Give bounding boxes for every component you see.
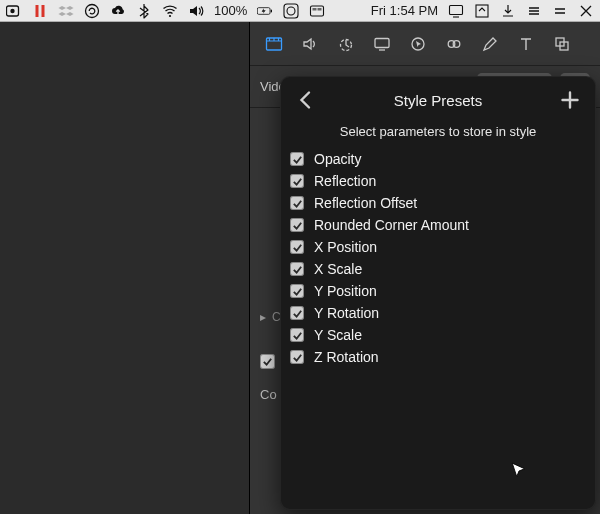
- cursor-icon: [510, 462, 528, 485]
- tool-text[interactable]: [510, 28, 542, 60]
- tool-pencil[interactable]: [474, 28, 506, 60]
- record-icon[interactable]: [6, 3, 22, 19]
- checkbox[interactable]: [260, 354, 275, 369]
- add-preset-button[interactable]: [558, 88, 582, 112]
- svg-point-5: [169, 14, 171, 16]
- parameter-row[interactable]: X Position: [290, 237, 582, 257]
- parameter-row[interactable]: Y Rotation: [290, 303, 582, 323]
- checkbox[interactable]: [290, 350, 304, 364]
- checkbox[interactable]: [290, 196, 304, 210]
- parameter-row[interactable]: Reflection: [290, 171, 582, 191]
- parameter-row[interactable]: Z Rotation: [290, 347, 582, 367]
- menu-lines-icon[interactable]: [526, 3, 542, 19]
- svg-rect-11: [313, 8, 317, 11]
- parameter-label: Opacity: [314, 151, 361, 167]
- parameter-label: Reflection: [314, 173, 376, 189]
- tool-video[interactable]: [258, 28, 290, 60]
- tool-pointer[interactable]: [402, 28, 434, 60]
- parameter-label: Reflection Offset: [314, 195, 417, 211]
- style-presets-popover: Style Presets Select parameters to store…: [280, 76, 596, 510]
- menubar: 100% Fri 1:54 PM: [0, 0, 600, 22]
- svg-point-4: [86, 4, 99, 17]
- tool-timing[interactable]: [330, 28, 362, 60]
- tool-audio[interactable]: [294, 28, 326, 60]
- inspector-panel: Video + Action ▸ C Co: [250, 22, 600, 514]
- viewer-panel: [0, 22, 250, 514]
- svg-rect-7: [271, 9, 272, 12]
- bluetooth-icon[interactable]: [136, 3, 152, 19]
- control-strip-icon[interactable]: [309, 3, 325, 19]
- chevron-right-icon: ▸: [260, 310, 266, 324]
- cloud-upload-icon[interactable]: [110, 3, 126, 19]
- checkbox[interactable]: [290, 262, 304, 276]
- svg-rect-8: [284, 4, 298, 18]
- parameter-row[interactable]: Y Position: [290, 281, 582, 301]
- parameter-label: X Scale: [314, 261, 362, 277]
- svg-point-1: [10, 8, 14, 12]
- pause-icon[interactable]: [32, 3, 48, 19]
- tool-monitor[interactable]: [366, 28, 398, 60]
- siri-icon[interactable]: [283, 3, 299, 19]
- svg-rect-17: [375, 38, 389, 47]
- svg-rect-12: [318, 8, 322, 11]
- svg-rect-13: [450, 5, 463, 14]
- dropbox-icon[interactable]: [58, 3, 74, 19]
- checkbox[interactable]: [290, 240, 304, 254]
- download-icon[interactable]: [500, 3, 516, 19]
- parameter-row[interactable]: Reflection Offset: [290, 193, 582, 213]
- volume-icon[interactable]: [188, 3, 204, 19]
- screen-tool-icon[interactable]: [448, 3, 464, 19]
- parameter-label: X Position: [314, 239, 377, 255]
- checkbox[interactable]: [290, 174, 304, 188]
- svg-rect-3: [42, 5, 45, 17]
- svg-rect-14: [476, 5, 488, 17]
- checkbox[interactable]: [290, 218, 304, 232]
- battery-text: 100%: [214, 3, 247, 18]
- checkbox[interactable]: [290, 328, 304, 342]
- parameter-row[interactable]: Opacity: [290, 149, 582, 169]
- svg-point-9: [287, 7, 295, 15]
- parameter-row[interactable]: Rounded Corner Amount: [290, 215, 582, 235]
- cc-sync-icon[interactable]: [84, 3, 100, 19]
- parameter-label: Y Rotation: [314, 305, 379, 321]
- parameter-list: OpacityReflectionReflection OffsetRounde…: [280, 149, 596, 367]
- popover-subtitle: Select parameters to store in style: [280, 116, 596, 149]
- svg-rect-2: [36, 5, 39, 17]
- parameter-label: Y Position: [314, 283, 377, 299]
- parameter-row[interactable]: X Scale: [290, 259, 582, 279]
- parameter-label: Z Rotation: [314, 349, 379, 365]
- checkbox[interactable]: [290, 152, 304, 166]
- parameter-label: Rounded Corner Amount: [314, 217, 469, 233]
- close-icon[interactable]: [578, 3, 594, 19]
- tool-layers[interactable]: [546, 28, 578, 60]
- battery-charging-icon[interactable]: [257, 3, 273, 19]
- checkbox[interactable]: [290, 306, 304, 320]
- equals-icon[interactable]: [552, 3, 568, 19]
- svg-rect-10: [311, 6, 324, 16]
- wifi-icon[interactable]: [162, 3, 178, 19]
- tool-link[interactable]: [438, 28, 470, 60]
- parameter-row[interactable]: Y Scale: [290, 325, 582, 345]
- clock-text[interactable]: Fri 1:54 PM: [371, 3, 438, 18]
- parameter-label: Y Scale: [314, 327, 362, 343]
- popover-title: Style Presets: [394, 92, 482, 109]
- inspector-tool-row: [250, 22, 600, 66]
- back-button[interactable]: [294, 88, 318, 112]
- maximize-icon[interactable]: [474, 3, 490, 19]
- checkbox[interactable]: [290, 284, 304, 298]
